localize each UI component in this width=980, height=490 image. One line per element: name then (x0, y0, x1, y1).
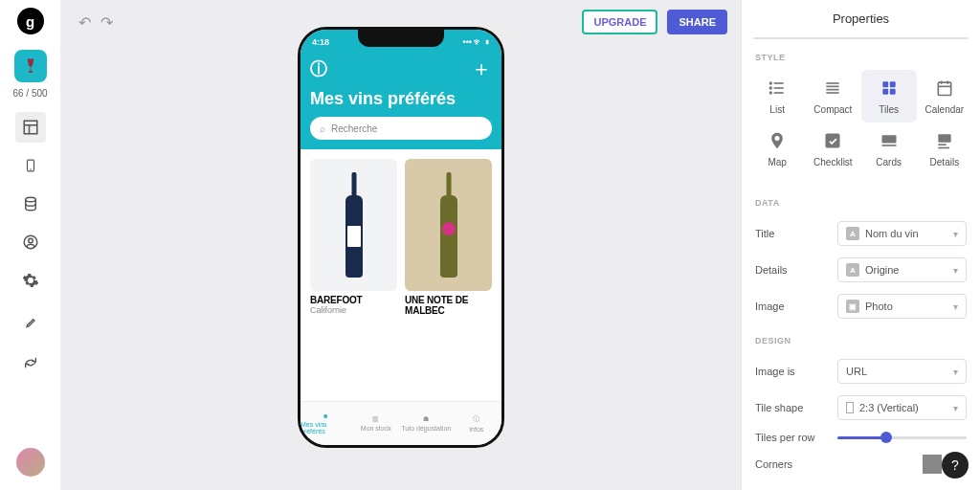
row-details-label: Details (755, 264, 830, 276)
status-time: 4:18 (312, 37, 329, 47)
row-imageis-label: Image is (755, 366, 830, 377)
style-calendar[interactable]: Calendar (917, 70, 972, 122)
row-corners-label: Corners (755, 458, 830, 470)
tab-layout[interactable]: LAYOUT (754, 38, 825, 39)
style-label: Cards (876, 157, 902, 167)
svg-rect-26 (826, 134, 840, 148)
section-data: DATA (742, 198, 980, 215)
row-tilesperrow-label: Tiles per row (755, 432, 830, 443)
style-map[interactable]: Map (749, 122, 805, 175)
style-tiles[interactable]: Tiles (861, 70, 917, 122)
svg-rect-31 (938, 147, 949, 149)
tiles-icon (879, 78, 900, 99)
help-button[interactable]: ? (942, 452, 969, 479)
style-label: Details (930, 157, 960, 167)
share-button[interactable]: SHARE (667, 10, 727, 34)
person-icon: ☗ (423, 415, 429, 423)
undo-icon[interactable]: ↶ (78, 13, 91, 32)
select-value: 2:3 (Vertical) (859, 402, 919, 413)
details-icon (934, 130, 955, 151)
style-compact[interactable]: Compact (805, 70, 860, 122)
tile-subtitle: Californie (310, 305, 397, 315)
canvas: ↶ ↷ UPGRADE SHARE 4:18 ••• ᯤ ▮ ⓘ ＋ Mes v… (61, 0, 741, 490)
compact-icon (822, 78, 843, 99)
svg-rect-20 (882, 89, 888, 95)
tile-title: BAREFOOT (310, 295, 397, 305)
tab-label: Mon stock (361, 425, 391, 432)
svg-rect-27 (881, 135, 896, 143)
svg-rect-19 (889, 81, 895, 87)
svg-rect-29 (938, 134, 950, 142)
search-icon: ⌕ (320, 123, 325, 134)
map-icon (767, 130, 788, 151)
upgrade-button[interactable]: UPGRADE (582, 10, 657, 34)
smiley-icon: ☻ (323, 412, 329, 419)
section-design: DESIGN (742, 336, 980, 353)
style-list[interactable]: List (749, 70, 805, 122)
select-imageis[interactable]: URL (837, 359, 967, 384)
select-image[interactable]: ▣Photo (837, 294, 967, 319)
select-value: Photo (865, 301, 893, 312)
svg-rect-18 (882, 81, 888, 87)
rect-icon (846, 402, 854, 413)
redo-icon[interactable]: ↷ (100, 13, 113, 32)
select-value: URL (846, 366, 867, 377)
phone-tab[interactable]: ⓘInfos (452, 402, 502, 445)
select-value: Nom du vin (865, 228, 919, 239)
style-label: Map (768, 157, 786, 167)
left-rail: g 66 / 500 (0, 0, 61, 490)
style-label: Calendar (925, 104, 965, 115)
phone-preview: 4:18 ••• ᯤ ▮ ⓘ ＋ Mes vins préférés ⌕ Rec… (298, 27, 504, 448)
app-icon[interactable] (14, 50, 47, 82)
tile-title: UNE NOTE DE MALBEC (405, 295, 492, 316)
phone-tab[interactable]: ☻Mes vins préférés (301, 402, 351, 445)
tab-features[interactable]: FEATURES (825, 38, 896, 39)
brand-logo[interactable]: g (17, 8, 44, 34)
search-placeholder: Recherche (331, 123, 377, 134)
slider-tilesperrow[interactable] (837, 436, 967, 439)
rail-phone-icon[interactable] (15, 150, 46, 181)
svg-point-13 (770, 92, 772, 94)
checklist-icon (822, 130, 843, 151)
list-icon (767, 78, 788, 99)
svg-rect-28 (881, 145, 896, 146)
tile-item[interactable]: UNE NOTE DE MALBEC (405, 159, 492, 316)
rail-data-icon[interactable] (15, 189, 46, 219)
style-checklist[interactable]: Checklist (805, 122, 860, 175)
counter-label: 66 / 500 (12, 88, 47, 99)
user-avatar[interactable] (16, 448, 45, 477)
rail-user-icon[interactable] (15, 227, 46, 257)
select-value: Origine (865, 264, 899, 276)
select-tileshape[interactable]: 2:3 (Vertical) (837, 395, 967, 420)
tab-label: Mes vins préférés (301, 421, 351, 434)
tile-item[interactable]: BAREFOOT Californie (310, 159, 397, 316)
style-details[interactable]: Details (917, 122, 972, 175)
screen-title: Mes vins préférés (310, 89, 492, 109)
svg-point-5 (25, 197, 35, 202)
row-image-label: Image (755, 301, 830, 312)
search-input[interactable]: ⌕ Recherche (310, 117, 492, 140)
row-title-label: Title (755, 228, 830, 239)
phone-tab[interactable]: ▥Mon stock (351, 402, 402, 445)
barrel-icon: ▥ (372, 415, 379, 423)
phone-notch (358, 30, 444, 47)
svg-point-12 (770, 87, 772, 89)
style-label: List (769, 104, 785, 115)
rail-refresh-icon[interactable] (15, 347, 46, 378)
style-cards[interactable]: Cards (861, 122, 917, 175)
select-title[interactable]: ANom du vin (837, 221, 967, 246)
tab-add[interactable]: ADD (897, 38, 968, 39)
phone-tab[interactable]: ☗Tuto dégustation (401, 402, 452, 445)
svg-point-11 (770, 82, 772, 84)
select-details[interactable]: AOrigine (837, 257, 967, 282)
style-label: Compact (813, 104, 852, 115)
section-style: STYLE (742, 53, 980, 70)
rail-settings-icon[interactable] (15, 265, 46, 296)
rail-layout-icon[interactable] (15, 112, 46, 143)
add-icon[interactable]: ＋ (471, 55, 492, 83)
info-icon[interactable]: ⓘ (310, 57, 327, 80)
rail-eyedropper-icon[interactable] (15, 309, 46, 340)
svg-rect-0 (24, 121, 37, 134)
tab-label: Infos (469, 426, 483, 433)
padding-icon[interactable]: ⟷ (945, 485, 967, 490)
